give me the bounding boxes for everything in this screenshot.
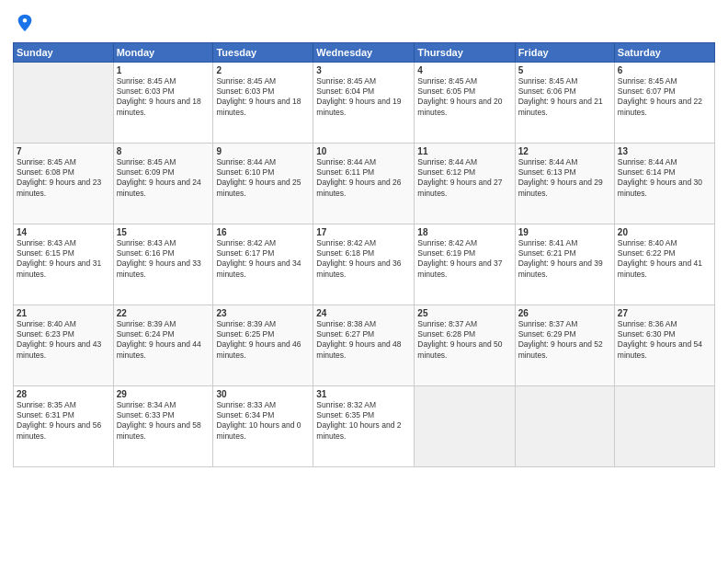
calendar-week-row: 7Sunrise: 8:45 AMSunset: 6:08 PMDaylight… (14, 143, 715, 224)
day-info: Sunrise: 8:45 AMSunset: 6:09 PMDaylight:… (117, 157, 210, 200)
calendar-cell: 14Sunrise: 8:43 AMSunset: 6:15 PMDayligh… (14, 224, 114, 304)
day-number: 12 (518, 146, 611, 156)
calendar-cell: 25Sunrise: 8:37 AMSunset: 6:28 PMDayligh… (415, 304, 515, 385)
calendar-cell: 30Sunrise: 8:33 AMSunset: 6:34 PMDayligh… (213, 385, 313, 466)
calendar-cell: 19Sunrise: 8:41 AMSunset: 6:21 PMDayligh… (515, 224, 614, 304)
calendar-cell: 18Sunrise: 8:42 AMSunset: 6:19 PMDayligh… (415, 224, 515, 304)
day-info: Sunrise: 8:45 AMSunset: 6:06 PMDaylight:… (518, 76, 611, 119)
calendar-cell: 17Sunrise: 8:42 AMSunset: 6:18 PMDayligh… (313, 224, 415, 304)
day-info: Sunrise: 8:42 AMSunset: 6:17 PMDaylight:… (216, 238, 310, 281)
calendar-cell: 12Sunrise: 8:44 AMSunset: 6:13 PMDayligh… (515, 143, 614, 224)
logo-text (13, 13, 35, 37)
calendar-cell: 8Sunrise: 8:45 AMSunset: 6:09 PMDaylight… (113, 143, 213, 224)
calendar-cell: 31Sunrise: 8:32 AMSunset: 6:35 PMDayligh… (313, 385, 415, 466)
calendar-cell (14, 62, 114, 143)
day-info: Sunrise: 8:45 AMSunset: 6:03 PMDaylight:… (216, 76, 310, 119)
calendar-cell: 21Sunrise: 8:40 AMSunset: 6:23 PMDayligh… (14, 304, 114, 385)
day-info: Sunrise: 8:40 AMSunset: 6:22 PMDaylight:… (618, 238, 711, 281)
day-info: Sunrise: 8:45 AMSunset: 6:05 PMDaylight:… (417, 76, 511, 119)
day-info: Sunrise: 8:43 AMSunset: 6:15 PMDaylight:… (17, 238, 110, 281)
day-number: 1 (117, 65, 210, 75)
day-info: Sunrise: 8:44 AMSunset: 6:14 PMDaylight:… (618, 157, 711, 200)
calendar-cell: 23Sunrise: 8:39 AMSunset: 6:25 PMDayligh… (213, 304, 313, 385)
calendar-cell: 6Sunrise: 8:45 AMSunset: 6:07 PMDaylight… (614, 62, 714, 143)
calendar-cell: 20Sunrise: 8:40 AMSunset: 6:22 PMDayligh… (614, 224, 714, 304)
weekday-header: Friday (515, 42, 614, 62)
day-info: Sunrise: 8:39 AMSunset: 6:25 PMDaylight:… (216, 319, 310, 362)
day-number: 5 (518, 65, 611, 75)
day-info: Sunrise: 8:45 AMSunset: 6:07 PMDaylight:… (618, 76, 711, 119)
page: SundayMondayTuesdayWednesdayThursdayFrid… (0, 0, 728, 563)
logo (13, 13, 35, 37)
day-info: Sunrise: 8:39 AMSunset: 6:24 PMDaylight:… (117, 319, 210, 362)
day-number: 18 (417, 227, 511, 237)
calendar-cell (515, 385, 614, 466)
day-number: 11 (417, 146, 511, 156)
day-info: Sunrise: 8:37 AMSunset: 6:29 PMDaylight:… (518, 319, 611, 362)
weekday-header: Tuesday (213, 42, 313, 62)
day-number: 7 (17, 146, 110, 156)
calendar-cell: 10Sunrise: 8:44 AMSunset: 6:11 PMDayligh… (313, 143, 415, 224)
day-info: Sunrise: 8:32 AMSunset: 6:35 PMDaylight:… (316, 400, 411, 442)
day-info: Sunrise: 8:43 AMSunset: 6:16 PMDaylight:… (117, 238, 210, 281)
day-info: Sunrise: 8:34 AMSunset: 6:33 PMDaylight:… (117, 400, 210, 442)
calendar-cell: 28Sunrise: 8:35 AMSunset: 6:31 PMDayligh… (14, 385, 114, 466)
calendar-cell: 29Sunrise: 8:34 AMSunset: 6:33 PMDayligh… (113, 385, 213, 466)
day-info: Sunrise: 8:38 AMSunset: 6:27 PMDaylight:… (316, 319, 411, 362)
day-info: Sunrise: 8:42 AMSunset: 6:18 PMDaylight:… (316, 238, 411, 281)
day-number: 25 (417, 308, 511, 318)
day-number: 9 (216, 146, 310, 156)
day-info: Sunrise: 8:44 AMSunset: 6:12 PMDaylight:… (417, 157, 511, 200)
calendar-table: SundayMondayTuesdayWednesdayThursdayFrid… (13, 42, 715, 467)
day-number: 19 (518, 227, 611, 237)
calendar-cell: 26Sunrise: 8:37 AMSunset: 6:29 PMDayligh… (515, 304, 614, 385)
day-number: 2 (216, 65, 310, 75)
day-number: 23 (216, 308, 310, 318)
calendar-cell: 7Sunrise: 8:45 AMSunset: 6:08 PMDaylight… (14, 143, 114, 224)
day-number: 20 (618, 227, 711, 237)
weekday-header: Wednesday (313, 42, 415, 62)
day-info: Sunrise: 8:42 AMSunset: 6:19 PMDaylight:… (417, 238, 511, 281)
calendar-week-row: 1Sunrise: 8:45 AMSunset: 6:03 PMDaylight… (14, 62, 715, 143)
calendar-cell (415, 385, 515, 466)
day-number: 6 (618, 65, 711, 75)
day-info: Sunrise: 8:41 AMSunset: 6:21 PMDaylight:… (518, 238, 611, 281)
day-number: 24 (316, 308, 411, 318)
logo-icon (15, 13, 35, 33)
calendar-header: SundayMondayTuesdayWednesdayThursdayFrid… (14, 42, 715, 62)
weekday-header: Monday (113, 42, 213, 62)
calendar-week-row: 14Sunrise: 8:43 AMSunset: 6:15 PMDayligh… (14, 224, 715, 304)
weekday-header: Sunday (14, 42, 114, 62)
calendar-cell: 15Sunrise: 8:43 AMSunset: 6:16 PMDayligh… (113, 224, 213, 304)
calendar-cell: 16Sunrise: 8:42 AMSunset: 6:17 PMDayligh… (213, 224, 313, 304)
day-info: Sunrise: 8:40 AMSunset: 6:23 PMDaylight:… (17, 319, 110, 362)
calendar-cell: 4Sunrise: 8:45 AMSunset: 6:05 PMDaylight… (415, 62, 515, 143)
calendar-week-row: 21Sunrise: 8:40 AMSunset: 6:23 PMDayligh… (14, 304, 715, 385)
calendar-cell: 9Sunrise: 8:44 AMSunset: 6:10 PMDaylight… (213, 143, 313, 224)
day-info: Sunrise: 8:44 AMSunset: 6:11 PMDaylight:… (316, 157, 411, 200)
calendar-cell: 5Sunrise: 8:45 AMSunset: 6:06 PMDaylight… (515, 62, 614, 143)
calendar-cell: 11Sunrise: 8:44 AMSunset: 6:12 PMDayligh… (415, 143, 515, 224)
day-number: 16 (216, 227, 310, 237)
day-number: 13 (618, 146, 711, 156)
calendar-week-row: 28Sunrise: 8:35 AMSunset: 6:31 PMDayligh… (14, 385, 715, 466)
day-number: 3 (316, 65, 411, 75)
day-info: Sunrise: 8:36 AMSunset: 6:30 PMDaylight:… (618, 319, 711, 362)
weekday-header: Saturday (614, 42, 714, 62)
day-number: 31 (316, 389, 411, 399)
day-number: 14 (17, 227, 110, 237)
day-info: Sunrise: 8:35 AMSunset: 6:31 PMDaylight:… (17, 400, 110, 442)
day-info: Sunrise: 8:45 AMSunset: 6:08 PMDaylight:… (17, 157, 110, 200)
calendar-cell: 2Sunrise: 8:45 AMSunset: 6:03 PMDaylight… (213, 62, 313, 143)
day-number: 10 (316, 146, 411, 156)
day-number: 29 (117, 389, 210, 399)
day-number: 27 (618, 308, 711, 318)
day-number: 21 (17, 308, 110, 318)
day-info: Sunrise: 8:45 AMSunset: 6:04 PMDaylight:… (316, 76, 411, 119)
day-info: Sunrise: 8:33 AMSunset: 6:34 PMDaylight:… (216, 400, 310, 442)
day-number: 22 (117, 308, 210, 318)
day-number: 15 (117, 227, 210, 237)
calendar-cell: 13Sunrise: 8:44 AMSunset: 6:14 PMDayligh… (614, 143, 714, 224)
day-number: 28 (17, 389, 110, 399)
day-info: Sunrise: 8:44 AMSunset: 6:10 PMDaylight:… (216, 157, 310, 200)
